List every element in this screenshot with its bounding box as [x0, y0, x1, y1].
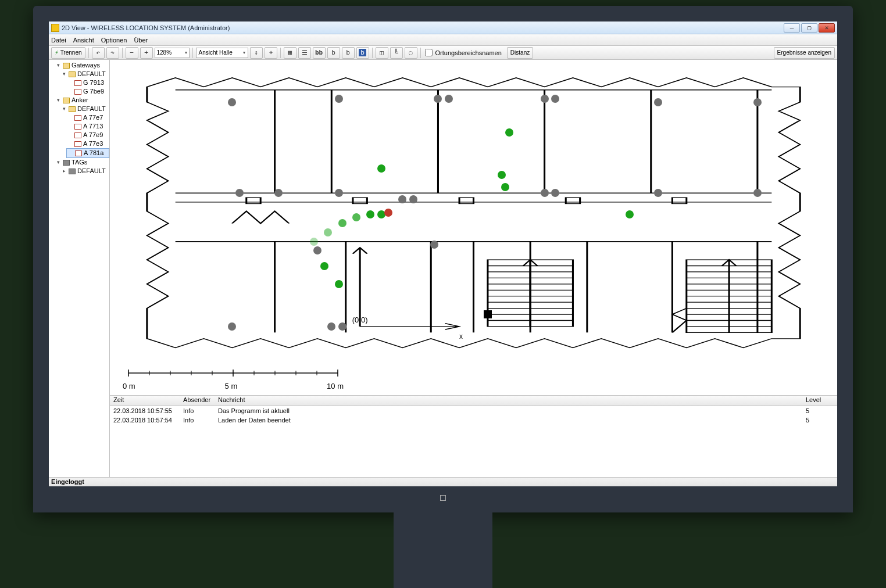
undo-button[interactable]: ↶ — [92, 47, 105, 59]
monitor-stand — [394, 512, 492, 588]
maximize-button[interactable]: ▢ — [801, 23, 817, 33]
tree-gateways[interactable]: ▾ Gateways — [55, 61, 109, 70]
tool-clear-button[interactable]: ◌ — [405, 47, 417, 59]
tag-dot[interactable] — [320, 262, 328, 270]
trail-dot[interactable] — [310, 238, 318, 246]
trail-dot[interactable] — [352, 213, 360, 221]
tool-layers-button[interactable]: ☰ — [298, 47, 311, 59]
tree-tags[interactable]: ▾ TAGs — [55, 158, 109, 167]
anchor-dot[interactable] — [551, 189, 559, 197]
tool-edge-button[interactable]: ╚ — [390, 47, 403, 59]
tree-item[interactable]: A 7713 — [66, 122, 109, 131]
svg-rect-3 — [566, 198, 580, 203]
anchor-dot[interactable] — [335, 189, 343, 197]
scale-tick-5: 5 m — [225, 382, 238, 390]
anchor-dot[interactable] — [541, 95, 549, 103]
show-results-button[interactable]: Ergebnisse anzeigen — [774, 47, 835, 59]
log-col-msg[interactable]: Nachricht — [215, 396, 802, 406]
tool-grid-button[interactable]: ▦ — [284, 47, 296, 59]
device-icon — [74, 141, 81, 147]
log-level: 5 — [802, 415, 837, 425]
anchor-dot[interactable] — [274, 189, 283, 197]
tag-dot[interactable] — [626, 210, 634, 218]
tree-item[interactable]: A 77e9 — [66, 131, 109, 139]
tool-bb-button[interactable]: bb — [313, 47, 326, 59]
log-sender: Info — [180, 406, 215, 415]
anchor-dot[interactable] — [327, 322, 335, 331]
map-canvas[interactable]: (0,0) x — [110, 60, 837, 396]
anchor-dot[interactable] — [228, 322, 236, 331]
anchor-dot[interactable] — [335, 95, 343, 103]
tag-dot[interactable] — [498, 171, 506, 179]
distance-button[interactable]: Distanz — [507, 47, 533, 59]
log-level: 5 — [802, 406, 837, 415]
tree-item[interactable]: A 77e3 — [66, 139, 109, 148]
disconnect-button[interactable]: ⚡ Trennen — [51, 47, 85, 59]
anchor-dot[interactable] — [541, 189, 549, 197]
tree-anker[interactable]: ▾ Anker — [55, 96, 109, 105]
log-col-sender[interactable]: Absender — [180, 396, 215, 406]
tag-dot[interactable] — [505, 128, 513, 137]
anchor-dot[interactable] — [434, 95, 442, 103]
anchor-dot[interactable] — [430, 241, 438, 249]
anchor-dot[interactable] — [398, 195, 406, 203]
reference-marker[interactable] — [484, 310, 492, 318]
anchor-dot[interactable] — [753, 98, 762, 106]
tree-anker-default[interactable]: ▾ DEFAULT — [60, 105, 109, 113]
anchor-dot[interactable] — [551, 95, 559, 103]
log-col-time[interactable]: Zeit — [110, 396, 180, 406]
tool-area-button[interactable]: ◫ — [376, 47, 388, 59]
tool-b2-button[interactable]: b — [342, 47, 355, 59]
zoom-out-button[interactable]: − — [126, 47, 138, 59]
trail-dot[interactable] — [338, 219, 346, 227]
trail-dot[interactable] — [366, 210, 374, 218]
anchor-dot[interactable] — [409, 195, 417, 203]
log-row[interactable]: 22.03.2018 10:57:54InfoLaden der Daten b… — [110, 415, 837, 425]
current-position-dot[interactable] — [384, 209, 392, 217]
locnames-checkbox[interactable] — [425, 49, 433, 56]
tree-tags-default[interactable]: ▸ DEFAULT — [60, 167, 109, 175]
tree-item[interactable]: G 7be9 — [66, 87, 109, 96]
menu-about[interactable]: Über — [134, 37, 148, 44]
anchor-dot[interactable] — [654, 98, 662, 106]
tree-item[interactable]: A 781a — [66, 148, 109, 158]
tag-dot[interactable] — [335, 280, 343, 288]
menu-file[interactable]: Datei — [51, 37, 66, 44]
redo-button[interactable]: ↷ — [106, 47, 119, 59]
log-sender: Info — [180, 415, 215, 425]
tool-pan-button[interactable]: ↕ — [250, 47, 263, 59]
tool-locate-button[interactable]: ⌖ — [265, 47, 277, 59]
log-header: Zeit Absender Nachricht Level — [110, 396, 837, 406]
tag-dot[interactable] — [501, 183, 509, 191]
anchor-dot[interactable] — [753, 189, 762, 197]
close-button[interactable]: ✕ — [819, 23, 835, 33]
anchor-dot[interactable] — [654, 189, 662, 197]
tree-item[interactable]: G 7913 — [66, 78, 109, 87]
menu-view[interactable]: Ansicht — [73, 37, 94, 44]
trail-dot[interactable] — [324, 228, 332, 236]
minimize-button[interactable]: — — [784, 23, 800, 33]
tree-gw-default-label: DEFAULT — [77, 70, 106, 78]
anchor-dot[interactable] — [313, 246, 321, 254]
tool-b3-button[interactable]: b — [356, 47, 369, 59]
anchor-dot[interactable] — [228, 98, 236, 106]
svg-rect-4 — [672, 198, 686, 203]
device-icon — [74, 124, 81, 130]
log-panel: Zeit Absender Nachricht Level 22.03.2018… — [110, 396, 837, 477]
anchor-dot[interactable] — [235, 189, 244, 197]
anchor-dot[interactable] — [445, 95, 453, 103]
log-col-level[interactable]: Level — [802, 396, 837, 406]
device-icon — [74, 89, 81, 95]
tool-b1-button[interactable]: b — [327, 47, 340, 59]
tree-gateways-default[interactable]: ▾ DEFAULT — [60, 70, 109, 78]
tree-item[interactable]: A 77e7 — [66, 113, 109, 122]
zoom-in-button[interactable]: + — [140, 47, 153, 59]
tag-dot[interactable] — [377, 164, 385, 173]
titlebar: 2D View - WIRELESS LOCATION SYSTEM (Admi… — [49, 21, 837, 34]
monitor-frame: 2D View - WIRELESS LOCATION SYSTEM (Admi… — [33, 6, 853, 512]
menu-options[interactable]: Optionen — [101, 37, 127, 44]
view-select-combo[interactable]: Ansicht Halle — [196, 48, 248, 58]
anchor-dot[interactable] — [338, 322, 346, 331]
zoom-combo[interactable]: 128% — [155, 48, 190, 58]
log-row[interactable]: 22.03.2018 10:57:55InfoDas Programm ist … — [110, 406, 837, 415]
